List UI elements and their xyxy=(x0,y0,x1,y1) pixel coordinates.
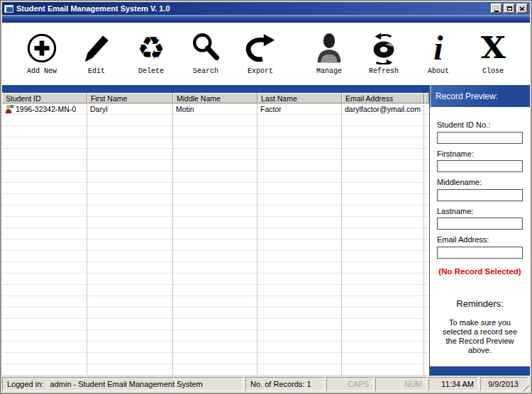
manage-button[interactable]: Manage xyxy=(304,29,355,75)
date-display: 9/9/2013 xyxy=(480,377,528,391)
recycle-icon: ♻ xyxy=(137,29,165,67)
close-button[interactable] xyxy=(516,4,528,13)
middlename-field[interactable] xyxy=(437,189,523,201)
column-header-email[interactable]: Email Address xyxy=(342,93,424,103)
table-row-empty xyxy=(2,183,429,194)
email-field[interactable] xyxy=(437,247,523,259)
record-preview-body: Student ID No.: Firstname: Middlename: L… xyxy=(430,107,530,366)
table-row-empty xyxy=(2,206,429,217)
cell-last-name: Factor xyxy=(257,103,342,115)
record-preview-header: Record Preview: xyxy=(430,85,530,107)
table-row-empty xyxy=(2,308,429,319)
table-row-empty xyxy=(2,274,429,285)
lastname-field[interactable] xyxy=(437,218,523,230)
table-row-empty xyxy=(2,251,429,262)
toolbar-label: About xyxy=(428,67,449,75)
time-display: 11:34 AM xyxy=(428,377,479,391)
record-count-status: No. of Records: 1 xyxy=(245,377,325,391)
toolbar: Add New Edit ♻ Delete Search Export xyxy=(2,23,530,85)
table-body: 1996-32342-MN-0 Daryl Motin Factor daryl… xyxy=(2,103,429,376)
minimize-icon xyxy=(494,11,499,12)
table-row-empty xyxy=(2,240,429,251)
field-group-student-id: Student ID No.: xyxy=(437,120,523,144)
window-controls xyxy=(491,4,528,13)
table-row-empty xyxy=(2,364,429,376)
refresh-button[interactable]: Refresh xyxy=(358,29,409,75)
table-row-empty xyxy=(2,171,429,183)
toolbar-label: Manage xyxy=(316,67,342,75)
bold-x-icon: X xyxy=(482,29,505,67)
cell-first-name: Daryl xyxy=(87,103,173,115)
toolbar-label: Export xyxy=(248,67,273,75)
cell-student-id: 1996-32342-MN-0 xyxy=(2,103,87,115)
table-row-empty xyxy=(2,285,429,296)
student-row-icon xyxy=(5,104,13,113)
title-accent-band xyxy=(2,15,530,23)
magnifier-icon xyxy=(189,29,222,67)
maximize-button[interactable] xyxy=(504,4,515,13)
column-header-last-name[interactable]: Last Name xyxy=(257,93,342,103)
toolbar-label: Refresh xyxy=(369,67,399,75)
info-italic-i-icon: i xyxy=(433,29,443,67)
table-row-empty xyxy=(2,126,429,137)
table-row-empty xyxy=(2,319,429,330)
student-id-label: Student ID No.: xyxy=(437,120,523,129)
field-group-email: Email Address: xyxy=(437,235,523,259)
column-header-middle-name[interactable]: Middle Name xyxy=(173,93,257,103)
toolbar-label: Add New xyxy=(27,67,57,75)
cell-middle-name: Motin xyxy=(173,103,257,115)
minimize-button[interactable] xyxy=(491,4,502,13)
person-icon xyxy=(313,29,345,67)
close-tool-button[interactable]: X Close xyxy=(467,29,519,75)
add-new-button[interactable]: Add New xyxy=(16,29,67,75)
edit-button[interactable]: Edit xyxy=(71,29,122,75)
maximize-icon xyxy=(507,6,512,11)
table-row-empty xyxy=(2,342,429,353)
about-button[interactable]: i About xyxy=(413,29,464,75)
curved-arrow-icon xyxy=(244,29,277,67)
cell-email: darylfactor@ymail.com xyxy=(342,103,424,115)
toolbar-label: Close xyxy=(482,67,504,75)
table-row-empty xyxy=(2,262,429,274)
title-bar[interactable]: Student Email Management System V. 1.0 xyxy=(2,2,530,15)
export-button[interactable]: Export xyxy=(235,29,286,75)
table-row-empty xyxy=(2,296,429,308)
email-label: Email Address: xyxy=(437,235,523,244)
table-row-empty xyxy=(2,217,429,228)
app-window: Student Email Management System V. 1.0 A… xyxy=(0,0,532,394)
delete-button[interactable]: ♻ Delete xyxy=(126,29,177,75)
logged-in-status: Logged in: admin - Student Email Managem… xyxy=(2,377,244,391)
column-header-student-id[interactable]: Student ID xyxy=(2,93,87,103)
table-row-empty xyxy=(2,149,429,160)
field-group-lastname: Lastname: xyxy=(437,207,523,230)
toolbar-label: Search xyxy=(193,67,218,75)
window-title: Student Email Management System V. 1.0 xyxy=(16,4,488,13)
record-preview-panel: Record Preview: Student ID No.: Firstnam… xyxy=(429,85,530,376)
table-row-empty xyxy=(2,353,429,364)
main-content: Student ID First Name Middle Name Last N… xyxy=(2,85,530,376)
firstname-label: Firstname: xyxy=(437,150,523,158)
toolbar-label: Edit xyxy=(88,67,105,75)
records-grid: Student ID First Name Middle Name Last N… xyxy=(2,85,429,376)
toolbar-label: Delete xyxy=(138,67,164,75)
field-group-firstname: Firstname: xyxy=(437,150,523,173)
table-row-empty xyxy=(2,194,429,206)
disc-arrows-icon xyxy=(367,29,400,67)
status-bar: Logged in: admin - Student Email Managem… xyxy=(2,376,530,392)
column-header-spacer xyxy=(424,93,429,103)
record-preview-footer xyxy=(430,366,530,376)
table-row-empty xyxy=(2,115,429,126)
plus-circle-icon xyxy=(26,29,58,67)
column-header-first-name[interactable]: First Name xyxy=(87,93,173,103)
grid-accent-strip xyxy=(2,85,429,93)
pencil-icon xyxy=(80,29,113,67)
reminders-text: To make sure you selected a record see t… xyxy=(437,318,523,355)
reminders-title: Reminders: xyxy=(437,298,523,309)
search-button[interactable]: Search xyxy=(180,29,231,75)
student-id-field[interactable] xyxy=(437,132,523,144)
table-row-empty xyxy=(2,330,429,342)
close-icon xyxy=(519,6,525,11)
table-row-empty xyxy=(2,137,429,149)
firstname-field[interactable] xyxy=(437,160,523,172)
table-row[interactable]: 1996-32342-MN-0 Daryl Motin Factor daryl… xyxy=(2,103,429,115)
